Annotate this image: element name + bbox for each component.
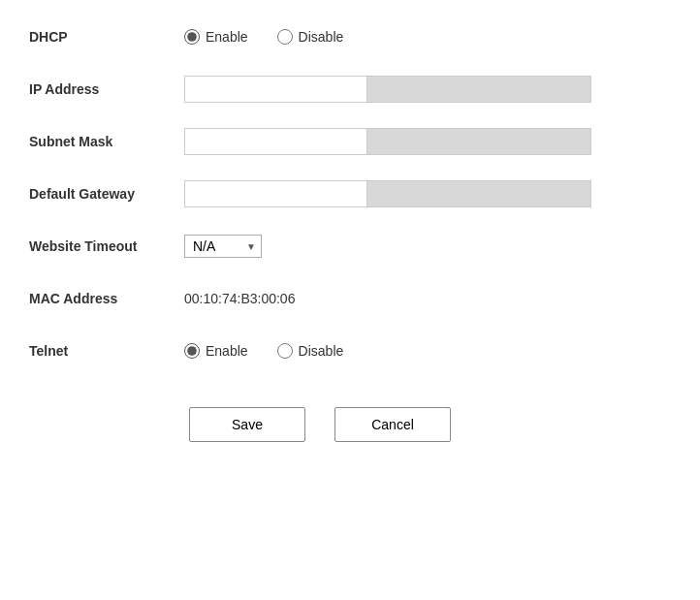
website-timeout-label: Website Timeout	[29, 238, 184, 254]
ip-address-input[interactable]	[184, 76, 591, 103]
subnet-mask-input[interactable]	[184, 128, 591, 155]
subnet-mask-row: Subnet Mask	[29, 124, 611, 159]
telnet-enable-option[interactable]: Enable	[184, 343, 248, 359]
dhcp-enable-label: Enable	[206, 29, 248, 45]
subnet-mask-gray-part	[367, 129, 590, 154]
dhcp-label: DHCP	[29, 29, 184, 45]
button-row: Save Cancel	[29, 407, 611, 442]
dhcp-disable-radio[interactable]	[277, 29, 293, 45]
default-gateway-input[interactable]	[184, 180, 591, 207]
default-gateway-gray-part	[367, 181, 590, 206]
telnet-disable-radio[interactable]	[277, 343, 293, 359]
subnet-mask-control	[184, 128, 611, 155]
default-gateway-control	[184, 180, 611, 207]
ip-address-control	[184, 76, 611, 103]
telnet-control: Enable Disable	[184, 343, 611, 359]
mac-address-label: MAC Address	[29, 291, 184, 306]
save-button[interactable]: Save	[189, 407, 305, 442]
ip-address-gray-part	[367, 77, 590, 102]
website-timeout-select[interactable]: N/A5 min10 min15 min30 min60 min	[184, 235, 262, 258]
dhcp-enable-radio[interactable]	[184, 29, 200, 45]
mac-address-row: MAC Address 00:10:74:B3:00:06	[29, 281, 611, 316]
dhcp-enable-option[interactable]: Enable	[184, 29, 248, 45]
subnet-mask-label: Subnet Mask	[29, 134, 184, 149]
website-timeout-control: N/A5 min10 min15 min30 min60 min	[184, 235, 611, 258]
telnet-enable-label: Enable	[206, 343, 248, 359]
mac-address-value: 00:10:74:B3:00:06	[184, 291, 611, 306]
website-timeout-row: Website Timeout N/A5 min10 min15 min30 m…	[29, 229, 611, 264]
ip-address-label: IP Address	[29, 81, 184, 97]
ip-address-white-part	[185, 77, 367, 102]
dhcp-control: Enable Disable	[184, 29, 611, 45]
telnet-disable-option[interactable]: Disable	[277, 343, 344, 359]
default-gateway-white-part	[185, 181, 367, 206]
default-gateway-label: Default Gateway	[29, 186, 184, 202]
telnet-enable-radio[interactable]	[184, 343, 200, 359]
dhcp-disable-option[interactable]: Disable	[277, 29, 344, 45]
telnet-disable-label: Disable	[299, 343, 344, 359]
telnet-row: Telnet Enable Disable	[29, 333, 611, 368]
default-gateway-row: Default Gateway	[29, 176, 611, 211]
network-settings-form: DHCP Enable Disable IP Address Subnet Ma…	[29, 19, 611, 442]
dhcp-row: DHCP Enable Disable	[29, 19, 611, 54]
website-timeout-select-wrapper: N/A5 min10 min15 min30 min60 min	[184, 235, 262, 258]
cancel-button[interactable]: Cancel	[334, 407, 451, 442]
subnet-mask-white-part	[185, 129, 367, 154]
dhcp-disable-label: Disable	[299, 29, 344, 45]
ip-address-row: IP Address	[29, 72, 611, 107]
telnet-label: Telnet	[29, 343, 184, 359]
